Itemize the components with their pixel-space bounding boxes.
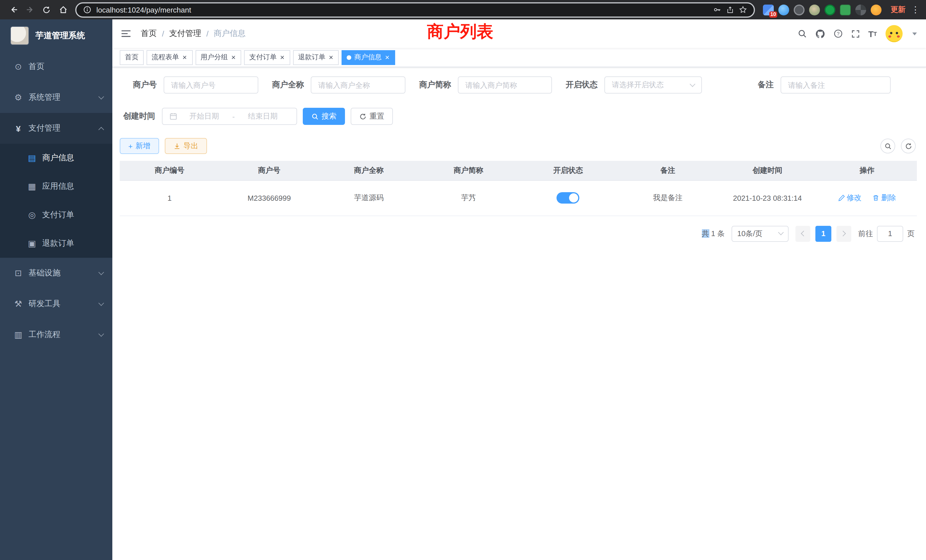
search-icon[interactable] xyxy=(797,29,806,38)
tab-home[interactable]: 首页 xyxy=(120,50,144,65)
github-icon[interactable] xyxy=(815,29,825,38)
sidebar-item-app-info[interactable]: ▦ 应用信息 xyxy=(0,172,112,201)
address-bar[interactable]: localhost:1024/pay/merchant xyxy=(75,2,755,17)
logo-avatar xyxy=(10,26,29,45)
merchant-no-input[interactable] xyxy=(163,76,258,94)
chevron-down-icon xyxy=(98,331,104,337)
full-name-input[interactable] xyxy=(311,76,406,94)
goto-page-input[interactable] xyxy=(877,226,903,242)
browser-reload-icon[interactable] xyxy=(39,2,54,17)
dashboard-icon: ⊙ xyxy=(11,62,25,72)
cell-create-time: 2021-10-23 08:31:14 xyxy=(717,180,817,216)
delete-link[interactable]: 删除 xyxy=(873,193,896,203)
hide-search-button[interactable] xyxy=(881,139,895,153)
url-text[interactable]: localhost:1024/pay/merchant xyxy=(96,5,708,14)
sidebar-item-infrastructure[interactable]: ⊡ 基础设施 xyxy=(0,258,112,289)
screen: localhost:1024/pay/merchant 10 更新 ⋮ xyxy=(0,0,926,560)
extension-badge: 10 xyxy=(769,11,777,17)
bookmark-star-icon[interactable] xyxy=(739,6,747,14)
top-navbar: 首页 / 支付管理 / 商户信息 商户列表 ? xyxy=(112,20,926,48)
close-icon[interactable]: × xyxy=(231,54,236,61)
extension-icon-spiral[interactable] xyxy=(825,4,835,15)
cell-merchant-id: 1 xyxy=(120,180,219,216)
breadcrumb-current: 商户信息 xyxy=(214,29,246,39)
filter-form-row-2: 创建时间 开始日期 - 结束日期 搜索 xyxy=(120,108,917,125)
goto-label: 前往 xyxy=(858,229,873,239)
sidebar-item-workflow[interactable]: ▥ 工作流程 xyxy=(0,319,112,350)
sidebar-item-dev-tools[interactable]: ⚒ 研发工具 xyxy=(0,289,112,319)
close-icon[interactable]: × xyxy=(279,54,285,61)
cell-actions: 修改 删除 xyxy=(817,180,917,216)
browser-menu-icon[interactable]: ⋮ xyxy=(911,5,920,15)
export-button[interactable]: 导出 xyxy=(165,138,207,154)
extension-icon-pinwheel[interactable] xyxy=(855,4,866,15)
close-icon[interactable]: × xyxy=(182,54,187,61)
avatar-caret-icon[interactable] xyxy=(912,32,917,35)
share-icon[interactable] xyxy=(726,6,734,14)
tab-process-form[interactable]: 流程表单 × xyxy=(147,50,192,65)
sidebar-toggle-icon[interactable] xyxy=(121,29,132,38)
cell-merchant-no: M233666999 xyxy=(219,180,319,216)
close-icon[interactable]: × xyxy=(328,54,334,61)
breadcrumb-home[interactable]: 首页 xyxy=(141,29,157,39)
column-header-remark: 备注 xyxy=(618,161,718,180)
tags-view-bar: 首页 流程表单 × 用户分组 × 支付订单 × 退款订单 × xyxy=(112,48,926,67)
browser-update-button[interactable]: 更新 xyxy=(891,5,905,15)
sidebar-item-home[interactable]: ⊙ 首页 xyxy=(0,51,112,82)
tab-merchant-info[interactable]: 商户信息 × xyxy=(342,50,395,65)
add-button[interactable]: + 新增 xyxy=(120,138,159,154)
create-time-label: 创建时间 xyxy=(123,111,155,121)
next-page-button[interactable] xyxy=(837,226,851,242)
chevron-down-icon xyxy=(98,269,104,275)
extension-icon-drop[interactable] xyxy=(778,4,789,15)
sidebar-item-refund-order[interactable]: ▣ 退款订单 xyxy=(0,229,112,258)
sidebar-item-payment[interactable]: ¥ 支付管理 xyxy=(0,113,112,144)
browser-back-icon[interactable] xyxy=(6,2,21,17)
breadcrumb-section[interactable]: 支付管理 xyxy=(169,29,201,39)
column-header-merchant-no: 商户号 xyxy=(219,161,319,180)
tab-user-group[interactable]: 用户分组 × xyxy=(195,50,241,65)
extension-icon-avatar[interactable] xyxy=(809,4,820,15)
sidebar-item-system[interactable]: ⚙ 系统管理 xyxy=(0,82,112,113)
font-size-icon[interactable]: TT xyxy=(868,29,877,38)
browser-home-icon[interactable] xyxy=(55,2,71,17)
chevron-down-icon xyxy=(778,230,784,235)
tab-pay-order[interactable]: 支付订单 × xyxy=(244,50,290,65)
workflow-icon: ▥ xyxy=(11,330,25,340)
prev-page-button[interactable] xyxy=(796,226,810,242)
short-name-input[interactable] xyxy=(458,76,552,94)
remark-input[interactable] xyxy=(781,76,891,94)
payment-submenu: ¥ 支付管理 ▤ 商户信息 ▦ 应用信息 ◎ 支付订单 xyxy=(0,113,112,258)
sidebar-item-pay-order[interactable]: ◎ 支付订单 xyxy=(0,201,112,229)
goto-unit: 页 xyxy=(907,229,915,239)
page-number-button[interactable]: 1 xyxy=(816,226,831,242)
extension-icon-globe[interactable] xyxy=(794,4,805,15)
reset-button[interactable]: 重置 xyxy=(351,108,393,125)
svg-text:?: ? xyxy=(837,31,839,36)
user-avatar[interactable] xyxy=(885,25,903,42)
close-icon[interactable]: × xyxy=(384,54,390,61)
search-button[interactable]: 搜索 xyxy=(303,108,345,125)
extension-icon-green-grid[interactable] xyxy=(840,4,851,15)
merchant-card-icon: ▤ xyxy=(25,153,39,163)
site-info-icon[interactable] xyxy=(83,6,91,14)
pagination: 共 1 条 10条/页 1 前往 xyxy=(120,226,917,242)
extension-icon-grid[interactable]: 10 xyxy=(763,4,774,15)
table-row: 1 M233666999 芋道源码 芋艿 我是备注 2021-10-23 08:… xyxy=(120,180,917,216)
create-time-range-picker[interactable]: 开始日期 - 结束日期 xyxy=(162,108,297,125)
fullscreen-icon[interactable] xyxy=(851,29,859,38)
help-icon[interactable]: ? xyxy=(833,29,843,38)
edit-link[interactable]: 修改 xyxy=(838,193,862,203)
password-key-icon[interactable] xyxy=(713,6,721,14)
page-size-select[interactable]: 10条/页 xyxy=(732,226,788,242)
app-logo[interactable]: 芋道管理系统 xyxy=(0,20,112,51)
browser-forward-icon[interactable] xyxy=(22,2,38,17)
refresh-button[interactable] xyxy=(901,139,916,153)
tab-refund-order[interactable]: 退款订单 × xyxy=(293,50,339,65)
active-dot xyxy=(347,55,351,60)
extension-icon-emoji[interactable] xyxy=(871,4,882,15)
status-toggle[interactable] xyxy=(557,192,580,204)
status-select[interactable]: 请选择开启状态 xyxy=(604,76,702,94)
sidebar-item-merchant-info[interactable]: ▤ 商户信息 xyxy=(0,144,112,172)
column-header-status: 开启状态 xyxy=(518,161,618,180)
